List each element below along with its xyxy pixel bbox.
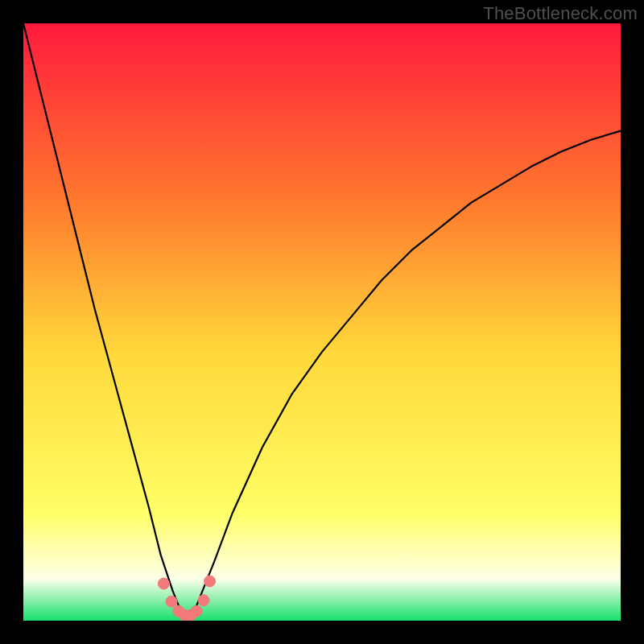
curve-marker [198, 595, 209, 606]
curve-marker [158, 578, 169, 589]
watermark-text: TheBottleneck.com [483, 3, 638, 24]
outer-frame: TheBottleneck.com [0, 0, 644, 644]
chart-svg [23, 23, 621, 621]
gradient-bg [23, 23, 621, 621]
plot-area [23, 23, 621, 621]
curve-marker [191, 605, 202, 617]
curve-marker [166, 596, 177, 607]
curve-marker [204, 576, 216, 587]
